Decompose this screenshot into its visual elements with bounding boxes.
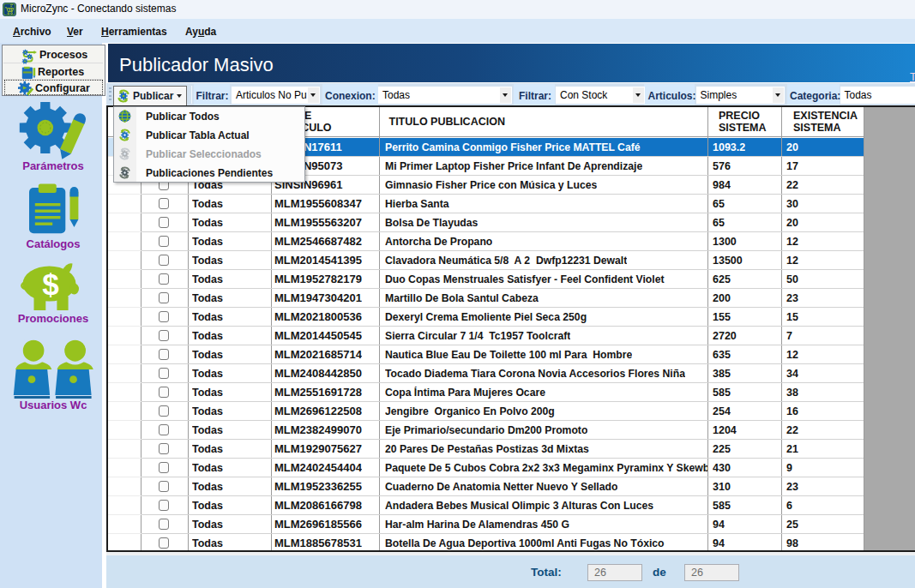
svg-text:$: $ <box>42 267 58 301</box>
